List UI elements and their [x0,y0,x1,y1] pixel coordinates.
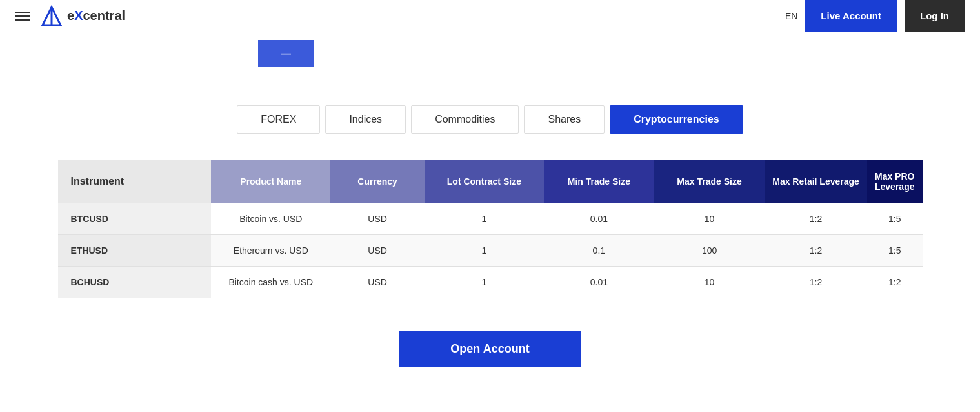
tab-cryptocurrencies[interactable]: Cryptocurrencies [610,105,743,134]
tab-commodities[interactable]: Commodities [411,105,519,134]
header-right: EN Live Account Log In [785,0,965,32]
cell-min_trade_size: 0.01 [544,267,654,298]
header-left: eXcentral [15,5,125,28]
cell-min_trade_size: 0.01 [544,203,654,235]
cell-max_retail_leverage: 1:2 [765,235,867,267]
tab-indices[interactable]: Indices [325,105,406,134]
col-header-currency: Currency [330,160,425,203]
cell-max_trade_size: 100 [654,235,765,267]
cell-product_name: Ethereum vs. USD [211,235,330,267]
table-row: BCHUSDBitcoin cash vs. USDUSD10.01101:21… [58,267,923,298]
language-selector[interactable]: EN [785,11,797,21]
cell-max_pro_leverage: 1:5 [867,203,923,235]
data-table: Instrument Product Name Currency Lot Con… [58,160,923,298]
login-button[interactable]: Log In [905,0,965,32]
cell-currency: USD [330,267,425,298]
cell-max_retail_leverage: 1:2 [765,267,867,298]
cell-max_pro_leverage: 1:5 [867,235,923,267]
cell-product_name: Bitcoin vs. USD [211,203,330,235]
cell-lot_contract_size: 1 [425,267,544,298]
open-account-button[interactable]: Open Account [399,331,581,367]
table-row: BTCUSDBitcoin vs. USDUSD10.01101:21:5 [58,203,923,235]
cell-instrument: BCHUSD [58,267,212,298]
col-header-min-trade-size: Min Trade Size [544,160,654,203]
col-header-max-retail-leverage: Max Retail Leverage [765,160,867,203]
logo-text: eXcentral [67,8,125,23]
logo-icon [40,5,63,28]
cell-max_trade_size: 10 [654,203,765,235]
header: eXcentral EN Live Account Log In [0,0,980,32]
cell-max_retail_leverage: 1:2 [765,203,867,235]
table-container: Instrument Product Name Currency Lot Con… [58,160,923,298]
cell-currency: USD [330,203,425,235]
tabs-section: FOREXIndicesCommoditiesSharesCryptocurre… [0,67,980,160]
logo: eXcentral [40,5,125,28]
cell-lot_contract_size: 1 [425,203,544,235]
col-header-product-name: Product Name [211,160,330,203]
cell-min_trade_size: 0.1 [544,235,654,267]
col-header-max-trade-size: Max Trade Size [654,160,765,203]
cell-instrument: BTCUSD [58,203,212,235]
live-account-button[interactable]: Live Account [805,0,897,32]
col-header-lot-contract-size: Lot Contract Size [425,160,544,203]
cell-max_trade_size: 10 [654,267,765,298]
table-row: ETHUSDEthereum vs. USDUSD10.11001:21:5 [58,235,923,267]
cell-instrument: ETHUSD [58,235,212,267]
col-header-instrument: Instrument [58,160,212,203]
open-account-section: Open Account [0,298,980,387]
hamburger-icon[interactable] [15,12,30,21]
top-button[interactable]: — [258,40,314,67]
cell-max_pro_leverage: 1:2 [867,267,923,298]
col-header-max-pro-leverage: Max PRO Leverage [867,160,923,203]
tab-shares[interactable]: Shares [524,105,605,134]
cell-product_name: Bitcoin cash vs. USD [211,267,330,298]
tab-forex[interactable]: FOREX [237,105,320,134]
cell-currency: USD [330,235,425,267]
cell-lot_contract_size: 1 [425,235,544,267]
top-button-area: — [0,32,980,67]
